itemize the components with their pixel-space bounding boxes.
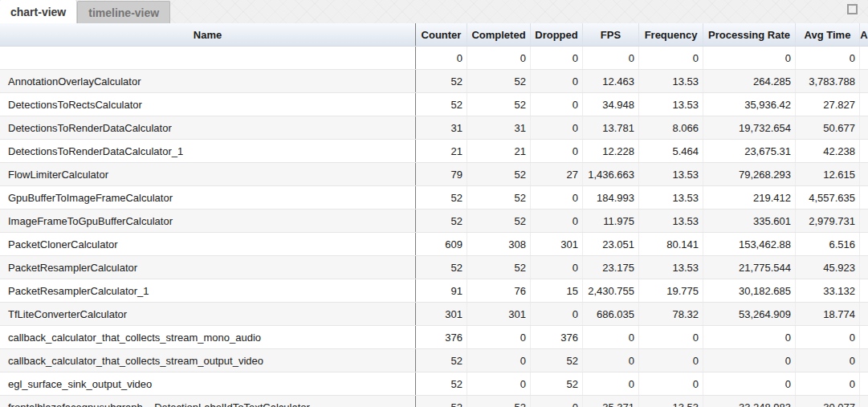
cell-trailing	[860, 210, 868, 232]
cell-frequency: 13.53	[639, 396, 703, 407]
tab-chart-view[interactable]: chart-view	[0, 0, 77, 23]
table-row[interactable]: GpuBufferToImageFrameCalculator52520184.…	[0, 186, 868, 210]
cell-completed: 301	[467, 303, 531, 325]
cell-counter: 52	[415, 396, 467, 407]
cell-trailing	[860, 256, 868, 279]
cell-processing-rate: 35,936.42	[703, 93, 796, 116]
cell-counter: 21	[415, 140, 467, 162]
cell-avg-time: 0	[796, 326, 860, 348]
cell-completed: 0	[467, 372, 531, 395]
cell-completed: 308	[467, 233, 531, 255]
cell-frequency: 8.066	[639, 116, 703, 139]
table-row[interactable]: DetectionsToRenderDataCalculator3131013.…	[0, 116, 868, 140]
cell-avg-time: 0	[796, 372, 860, 395]
cell-trailing	[860, 279, 868, 302]
cell-dropped: 0	[531, 140, 583, 162]
cell-dropped: 0	[531, 116, 583, 139]
cell-trailing	[860, 140, 868, 162]
cell-processing-rate: 23,675.31	[703, 140, 796, 162]
table-row[interactable]: callback_calculator_that_collects_stream…	[0, 349, 868, 372]
cell-counter: 376	[415, 326, 467, 348]
cell-dropped: 0	[531, 303, 583, 325]
column-header-frequency[interactable]: Frequency	[639, 23, 703, 46]
cell-frequency: 0	[639, 47, 703, 69]
cell-counter: 301	[415, 303, 467, 325]
cell-completed: 52	[467, 163, 531, 185]
table-row[interactable]: AnnotationOverlayCalculator5252012.46313…	[0, 70, 868, 93]
cell-avg-time: 2,979.731	[796, 210, 860, 232]
cell-fps: 0	[583, 349, 639, 372]
cell-completed: 52	[467, 256, 531, 279]
cell-frequency: 5.464	[639, 140, 703, 162]
table-row[interactable]: DetectionsToRectsCalculator5252034.94813…	[0, 93, 868, 116]
cell-trailing	[860, 47, 868, 69]
cell-frequency: 13.53	[639, 93, 703, 116]
cell-dropped: 27	[531, 163, 583, 185]
table-row[interactable]: egl_surface_sink_output_video520520000	[0, 372, 868, 396]
table-row[interactable]: PacketResamplerCalculator5252023.17513.5…	[0, 256, 868, 279]
cell-counter: 52	[415, 93, 467, 116]
tab-timeline-view[interactable]: timeline-view	[77, 1, 170, 23]
cell-frequency: 13.53	[639, 163, 703, 185]
cell-name	[0, 47, 415, 69]
cell-name: AnnotationOverlayCalculator	[0, 70, 415, 92]
cell-frequency: 0	[639, 372, 703, 395]
cell-frequency: 13.53	[639, 186, 703, 209]
cell-processing-rate: 264.285	[703, 70, 796, 92]
cell-completed: 21	[467, 140, 531, 162]
cell-frequency: 13.53	[639, 70, 703, 92]
cell-avg-time: 42.238	[796, 140, 860, 162]
cell-dropped: 301	[531, 233, 583, 255]
table-row[interactable]: callback_calculator_that_collects_stream…	[0, 326, 868, 349]
table-row[interactable]: FlowLimiterCalculator7952271,436.66313.5…	[0, 163, 868, 186]
cell-avg-time: 27.827	[796, 93, 860, 116]
tab-chart-view-label: chart-view	[10, 6, 66, 18]
column-header-fps[interactable]: FPS	[583, 23, 639, 46]
cell-dropped: 0	[531, 47, 583, 69]
cell-processing-rate: 33,248.983	[703, 396, 796, 407]
cell-name: PacketResamplerCalculator	[0, 256, 415, 279]
table-row[interactable]: PacketClonerCalculator60930830123.05180.…	[0, 233, 868, 256]
cell-trailing	[860, 233, 868, 255]
popout-icon[interactable]	[847, 4, 858, 14]
column-header-name[interactable]: Name	[0, 23, 415, 46]
cell-fps: 35.371	[583, 396, 639, 407]
column-header-a[interactable]: A	[860, 23, 868, 46]
cell-avg-time: 0	[796, 47, 860, 69]
cell-counter: 52	[415, 70, 467, 92]
column-header-dropped[interactable]: Dropped	[531, 23, 583, 46]
cell-avg-time: 45.923	[796, 256, 860, 279]
table-row[interactable]: frontalblazefacegpusubgraph__DetectionLa…	[0, 396, 868, 407]
cell-processing-rate: 0	[703, 326, 796, 348]
cell-processing-rate: 219.412	[703, 186, 796, 209]
cell-dropped: 0	[531, 186, 583, 209]
cell-processing-rate: 21,775.544	[703, 256, 796, 279]
table-row[interactable]: TfLiteConverterCalculator3013010686.0357…	[0, 303, 868, 326]
table-row[interactable]: ImageFrameToGpuBufferCalculator5252011.9…	[0, 210, 868, 233]
cell-name: callback_calculator_that_collects_stream…	[0, 326, 415, 348]
table-row[interactable]: 0000000	[0, 47, 868, 70]
table-header-row: NameCounterCompletedDroppedFPSFrequencyP…	[0, 23, 868, 47]
cell-completed: 52	[467, 210, 531, 232]
cell-trailing	[860, 163, 868, 185]
cell-name: frontalblazefacegpusubgraph__DetectionLa…	[0, 396, 415, 407]
column-header-avg-time[interactable]: Avg Time	[796, 23, 860, 46]
cell-frequency: 80.141	[639, 233, 703, 255]
column-header-counter[interactable]: Counter	[415, 23, 467, 46]
column-header-processing-rate[interactable]: Processing Rate	[703, 23, 796, 46]
cell-name: callback_calculator_that_collects_stream…	[0, 349, 415, 372]
cell-fps: 0	[583, 47, 639, 69]
cell-processing-rate: 53,264.909	[703, 303, 796, 325]
table-row[interactable]: DetectionsToRenderDataCalculator_1212101…	[0, 140, 868, 163]
table-row[interactable]: PacketResamplerCalculator_19176152,430.7…	[0, 279, 868, 303]
cell-completed: 76	[467, 279, 531, 302]
cell-name: DetectionsToRectsCalculator	[0, 93, 415, 116]
column-header-completed[interactable]: Completed	[467, 23, 531, 46]
cell-counter: 52	[415, 210, 467, 232]
cell-dropped: 52	[531, 372, 583, 395]
cell-counter: 31	[415, 116, 467, 139]
table-body: 0000000AnnotationOverlayCalculator525201…	[0, 47, 868, 407]
cell-fps: 11.975	[583, 210, 639, 232]
cell-avg-time: 18.774	[796, 303, 860, 325]
cell-completed: 31	[467, 116, 531, 139]
